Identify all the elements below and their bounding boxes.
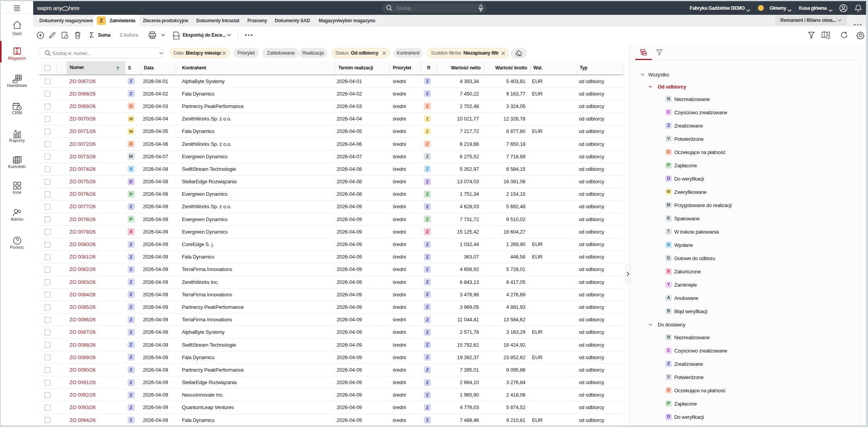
- svg-text:?: ?: [827, 35, 829, 39]
- svg-text:XLSX: XLSX: [174, 35, 179, 37]
